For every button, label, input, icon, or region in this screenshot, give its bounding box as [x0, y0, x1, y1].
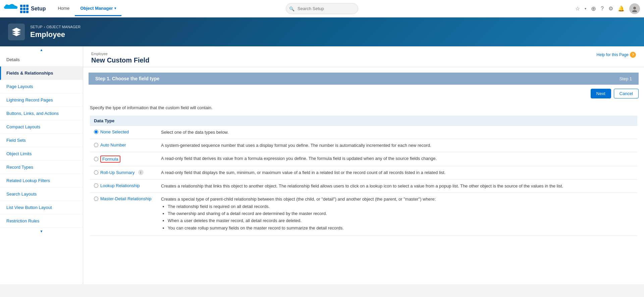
main-nav-tabs: Home Object Manager ▾: [52, 1, 121, 16]
content-inner: Employee New Custom Field Help for this …: [83, 46, 644, 284]
avatar[interactable]: [629, 3, 640, 14]
gear-icon[interactable]: ⚙: [608, 5, 613, 12]
svg-point-0: [633, 7, 636, 9]
favorites-dropdown-icon[interactable]: ▾: [585, 7, 586, 10]
table-row: Roll-Up Summary i A read-only field that…: [90, 166, 637, 179]
label-formula[interactable]: Formula: [100, 156, 120, 163]
page-object-label: Employee: [91, 52, 149, 56]
radio-lookup[interactable]: Lookup Relationship: [94, 183, 153, 188]
top-nav-icons: ☆ ▾ ⊕ ? ⚙ 🔔: [575, 3, 640, 14]
radio-input-none[interactable]: [94, 130, 98, 134]
sidebar-item-lightning-pages[interactable]: Lightning Record Pages: [0, 93, 83, 107]
top-navigation: Setup Home Object Manager ▾ 🔍 ☆ ▾ ⊕ ? ⚙ …: [0, 0, 644, 17]
sidebar-item-search-layouts[interactable]: Search Layouts: [0, 187, 83, 201]
app-launcher-icon[interactable]: [20, 5, 28, 13]
main-content: ▲ Details Fields & Relationships Page La…: [0, 46, 644, 284]
page-title: New Custom Field: [91, 56, 149, 64]
help-icon-badge: ?: [630, 52, 636, 58]
description-master-detail: Creates a special type of parent-child r…: [157, 193, 637, 236]
sidebar-item-buttons[interactable]: Buttons, Links, and Actions: [0, 107, 83, 120]
description-formula: A read-only field that derives its value…: [157, 152, 637, 166]
salesforce-logo[interactable]: [4, 2, 17, 15]
table-row: Formula A read-only field that derives i…: [90, 152, 637, 166]
sidebar-item-list-view[interactable]: List View Button Layout: [0, 201, 83, 214]
table-row: None Selected Select one of the data typ…: [90, 126, 637, 139]
description-auto-number: A system-generated sequence number that …: [157, 139, 637, 152]
sidebar-item-field-sets[interactable]: Field Sets: [0, 134, 83, 147]
description-none: Select one of the data types below.: [157, 126, 637, 139]
search-icon: 🔍: [289, 6, 294, 11]
sidebar: ▲ Details Fields & Relationships Page La…: [0, 46, 83, 284]
sidebar-item-compact-layouts[interactable]: Compact Layouts: [0, 120, 83, 134]
data-type-table: None Selected Select one of the data typ…: [90, 126, 637, 236]
description-text: Specify the type of information that the…: [83, 102, 644, 116]
object-name: Employee: [30, 30, 80, 39]
list-item: The ownership and sharing of a detail re…: [168, 211, 633, 217]
bell-icon[interactable]: 🔔: [618, 5, 625, 12]
radio-auto-number[interactable]: Auto Number: [94, 142, 153, 147]
sidebar-item-fields[interactable]: Fields & Relationships: [0, 67, 83, 80]
page-header: Employee New Custom Field Help for this …: [83, 46, 644, 67]
radio-input-auto-number[interactable]: [94, 143, 98, 147]
sidebar-item-record-types[interactable]: Record Types: [0, 161, 83, 174]
radio-input-formula[interactable]: [94, 157, 98, 161]
action-bar: Next Cancel: [83, 85, 644, 102]
favorites-icon[interactable]: ☆: [575, 5, 580, 12]
info-icon[interactable]: i: [138, 170, 144, 175]
label-master-detail[interactable]: Master-Detail Relationship: [100, 196, 151, 201]
data-type-header: Data Type: [90, 116, 637, 126]
radio-input-master-detail[interactable]: [94, 197, 98, 201]
object-icon-box: [8, 24, 25, 40]
sidebar-item-restriction-rules[interactable]: Restriction Rules: [0, 214, 83, 228]
label-lookup[interactable]: Lookup Relationship: [100, 183, 140, 188]
app-title: Setup: [31, 6, 46, 12]
master-detail-bullets: The relationship field is required on al…: [161, 204, 633, 231]
help-text: Help for this Page: [597, 52, 629, 57]
sidebar-item-page-layouts[interactable]: Page Layouts: [0, 80, 83, 93]
breadcrumb-setup[interactable]: SETUP: [30, 25, 43, 29]
description-lookup: Creates a relationship that links this o…: [157, 179, 637, 193]
list-item: When a user deletes the master record, a…: [168, 218, 633, 224]
sidebar-item-details[interactable]: Details: [0, 53, 83, 67]
step-header: Step 1. Choose the field type Step 1: [89, 73, 639, 85]
help-link[interactable]: Help for this Page ?: [597, 52, 636, 58]
header-banner: SETUP › OBJECT MANAGER Employee: [0, 17, 644, 46]
search-input[interactable]: [286, 3, 358, 14]
table-row: Lookup Relationship Creates a relationsh…: [90, 179, 637, 193]
sidebar-item-object-limits[interactable]: Object Limits: [0, 147, 83, 161]
label-rollup[interactable]: Roll-Up Summary: [100, 170, 135, 175]
radio-input-lookup[interactable]: [94, 183, 98, 188]
content-area: Employee New Custom Field Help for this …: [83, 46, 644, 284]
table-row: Auto Number A system-generated sequence …: [90, 139, 637, 152]
step-header-title: Step 1. Choose the field type: [95, 76, 159, 81]
layers-icon: [12, 27, 21, 37]
help-icon[interactable]: ?: [601, 6, 604, 12]
svg-point-1: [632, 10, 637, 12]
description-rollup: A read-only field that displays the sum,…: [157, 166, 637, 179]
sidebar-scroll-down[interactable]: ▼: [0, 228, 83, 235]
next-button[interactable]: Next: [591, 89, 611, 98]
tab-object-manager[interactable]: Object Manager ▾: [75, 1, 121, 16]
breadcrumb-object-manager[interactable]: OBJECT MANAGER: [46, 25, 80, 29]
list-item: The relationship field is required on al…: [168, 204, 633, 210]
header-info: SETUP › OBJECT MANAGER Employee: [30, 25, 80, 39]
radio-none-selected[interactable]: None Selected: [94, 129, 153, 134]
tab-home[interactable]: Home: [52, 1, 75, 16]
breadcrumb: SETUP › OBJECT MANAGER: [30, 25, 80, 29]
radio-master-detail[interactable]: Master-Detail Relationship: [94, 196, 153, 201]
label-auto-number[interactable]: Auto Number: [100, 142, 126, 147]
list-item: You can create rollup summary fields on …: [168, 225, 633, 231]
data-type-section: Data Type None Selected Select one of t: [83, 116, 644, 243]
radio-input-rollup[interactable]: [94, 170, 98, 175]
cancel-button[interactable]: Cancel: [614, 89, 639, 98]
sidebar-item-related-lookup[interactable]: Related Lookup Filters: [0, 174, 83, 187]
chevron-down-icon: ▾: [114, 6, 116, 10]
table-row: Master-Detail Relationship Creates a spe…: [90, 193, 637, 236]
add-icon[interactable]: ⊕: [591, 5, 596, 12]
search-bar: 🔍: [286, 3, 358, 14]
radio-formula[interactable]: Formula: [94, 156, 153, 163]
step-number: Step 1: [619, 76, 632, 81]
radio-label-none: None Selected: [100, 129, 129, 134]
sidebar-scroll-up[interactable]: ▲: [0, 46, 83, 53]
radio-rollup[interactable]: Roll-Up Summary i: [94, 170, 153, 175]
